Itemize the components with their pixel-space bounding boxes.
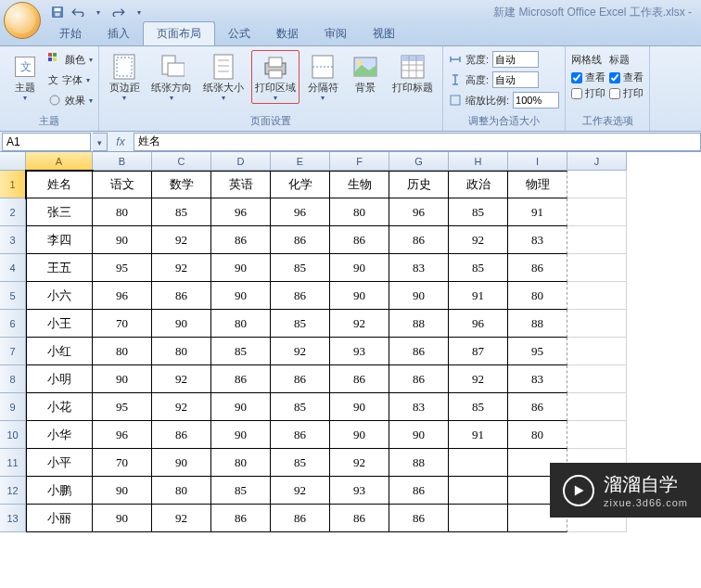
cell-F12[interactable]: 93	[330, 477, 389, 505]
cell-H3[interactable]: 92	[449, 226, 508, 254]
headings-view-check[interactable]: 查看	[609, 70, 644, 84]
cell-C7[interactable]: 80	[152, 338, 211, 365]
cell-B11[interactable]: 70	[93, 449, 152, 477]
cell-H5[interactable]: 91	[449, 282, 508, 310]
row-header-8[interactable]: 8	[0, 365, 26, 393]
tab-home[interactable]: 开始	[46, 22, 95, 45]
cell-A8[interactable]: 小明	[26, 365, 93, 393]
cell-C4[interactable]: 92	[152, 254, 211, 282]
colors-button[interactable]: 颜色▾	[48, 50, 93, 69]
cell-G4[interactable]: 83	[389, 254, 449, 282]
tab-review[interactable]: 审阅	[312, 22, 360, 45]
cell-A12[interactable]: 小鹏	[26, 477, 93, 505]
cell-G12[interactable]: 86	[389, 477, 449, 505]
zoom-input[interactable]	[513, 92, 559, 109]
col-header-D[interactable]: D	[211, 152, 271, 171]
cell-I7[interactable]: 95	[508, 338, 567, 365]
gridlines-print-check[interactable]: 打印	[571, 86, 605, 100]
cell-C13[interactable]: 92	[152, 505, 211, 532]
gridlines-view-check[interactable]: 查看	[571, 70, 605, 84]
tab-data[interactable]: 数据	[263, 22, 312, 45]
name-box[interactable]: A1	[2, 133, 91, 151]
cell-H2[interactable]: 85	[449, 198, 508, 226]
cell-D5[interactable]: 90	[211, 282, 271, 310]
cell-D12[interactable]: 85	[211, 477, 271, 505]
cell-J8[interactable]	[567, 365, 627, 393]
cell-F8[interactable]: 86	[330, 365, 389, 393]
cell-E7[interactable]: 92	[271, 338, 330, 365]
cell-H10[interactable]: 91	[449, 421, 508, 449]
row-header-3[interactable]: 3	[0, 226, 26, 254]
col-header-A[interactable]: A	[26, 152, 93, 171]
formula-bar[interactable]: 姓名	[134, 133, 701, 151]
cell-D2[interactable]: 96	[211, 198, 271, 226]
row-header-7[interactable]: 7	[0, 338, 26, 365]
cell-D4[interactable]: 90	[211, 254, 271, 282]
cell-G3[interactable]: 86	[389, 226, 449, 254]
cell-I8[interactable]: 83	[508, 365, 567, 393]
cell-C2[interactable]: 85	[152, 198, 211, 226]
cell-C8[interactable]: 92	[152, 365, 211, 393]
col-header-G[interactable]: G	[389, 152, 449, 171]
cell-D3[interactable]: 86	[211, 226, 271, 254]
cell-G1[interactable]: 历史	[389, 171, 449, 198]
cell-H6[interactable]: 96	[449, 310, 508, 338]
cell-E1[interactable]: 化学	[271, 171, 330, 198]
cell-H13[interactable]	[449, 505, 508, 532]
margins-button[interactable]: 页边距▾	[105, 50, 144, 104]
cell-A6[interactable]: 小王	[26, 310, 93, 338]
cell-I3[interactable]: 83	[508, 226, 567, 254]
tab-view[interactable]: 视图	[360, 22, 408, 45]
cell-J9[interactable]	[567, 393, 627, 421]
tab-page-layout[interactable]: 页面布局	[143, 21, 215, 45]
col-header-E[interactable]: E	[271, 152, 330, 171]
width-input[interactable]	[492, 51, 539, 68]
cell-H4[interactable]: 85	[449, 254, 508, 282]
row-header-5[interactable]: 5	[0, 282, 26, 310]
cell-D10[interactable]: 90	[211, 421, 271, 449]
cell-F5[interactable]: 90	[330, 282, 389, 310]
cell-F9[interactable]: 90	[330, 393, 389, 421]
office-button[interactable]	[4, 2, 41, 39]
row-header-1[interactable]: 1	[0, 171, 26, 198]
cell-I4[interactable]: 86	[508, 254, 567, 282]
cell-H8[interactable]: 92	[449, 365, 508, 393]
row-header-13[interactable]: 13	[0, 505, 26, 532]
cell-J3[interactable]	[567, 226, 627, 254]
print-area-button[interactable]: 打印区域▾	[251, 50, 300, 104]
size-button[interactable]: 纸张大小▾	[199, 50, 248, 104]
cell-H9[interactable]: 85	[449, 393, 508, 421]
cell-J10[interactable]	[567, 421, 627, 449]
cell-I2[interactable]: 91	[508, 198, 567, 226]
cell-E9[interactable]: 85	[271, 393, 330, 421]
cell-E8[interactable]: 86	[271, 365, 330, 393]
cell-C9[interactable]: 92	[152, 393, 211, 421]
cell-A1[interactable]: 姓名	[26, 171, 93, 198]
cell-E5[interactable]: 86	[271, 282, 330, 310]
cell-B13[interactable]: 90	[93, 505, 152, 532]
cell-F6[interactable]: 92	[330, 310, 389, 338]
cell-F11[interactable]: 92	[330, 449, 389, 477]
cell-D1[interactable]: 英语	[211, 171, 271, 198]
cell-G9[interactable]: 83	[389, 393, 449, 421]
cell-C12[interactable]: 80	[152, 477, 211, 505]
cell-E4[interactable]: 85	[271, 254, 330, 282]
name-box-dropdown[interactable]: ▾	[93, 133, 108, 151]
col-header-I[interactable]: I	[508, 152, 567, 171]
cell-B6[interactable]: 70	[93, 310, 152, 338]
cell-A4[interactable]: 王五	[26, 254, 93, 282]
cell-C10[interactable]: 86	[152, 421, 211, 449]
cell-D13[interactable]: 86	[211, 505, 271, 532]
tab-formulas[interactable]: 公式	[215, 22, 263, 45]
col-header-J[interactable]: J	[567, 152, 627, 171]
orientation-button[interactable]: 纸张方向▾	[147, 50, 196, 104]
cell-F2[interactable]: 80	[330, 198, 389, 226]
cell-H11[interactable]	[449, 449, 508, 477]
cell-E2[interactable]: 96	[271, 198, 330, 226]
height-input[interactable]	[492, 71, 539, 88]
cell-G13[interactable]: 86	[389, 505, 449, 532]
cell-I1[interactable]: 物理	[508, 171, 567, 198]
cell-D9[interactable]: 90	[211, 393, 271, 421]
cell-J4[interactable]	[567, 254, 627, 282]
cell-C3[interactable]: 92	[152, 226, 211, 254]
